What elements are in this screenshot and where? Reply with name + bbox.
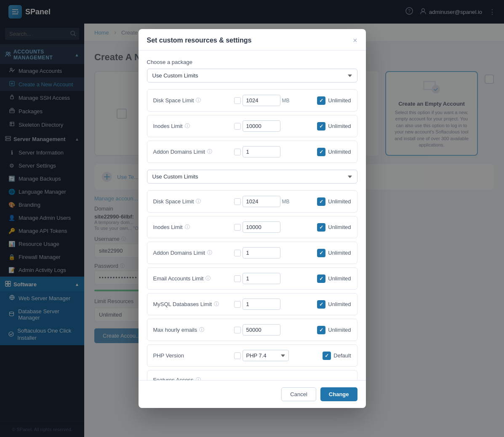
disk-space-unlimited-checkbox-2[interactable] [317, 197, 325, 206]
max-hourly-emails-input-group [234, 324, 312, 336]
inodes-unlimited-checkbox-1[interactable] [317, 122, 325, 131]
max-hourly-emails-unlimited-label: Unlimited [328, 327, 351, 333]
mysql-dbs-unlimited: Unlimited [317, 300, 351, 309]
max-hourly-emails-input[interactable] [243, 324, 280, 336]
php-version-checkbox[interactable] [234, 352, 241, 359]
disk-space-info-icon-2[interactable]: ⓘ [196, 198, 201, 205]
inodes-unlimited-label-1: Unlimited [328, 123, 351, 129]
disk-space-unlimited-1: Unlimited [317, 96, 351, 105]
addon-domains-input-group-1 [234, 146, 312, 157]
mysql-dbs-input-group [234, 298, 312, 310]
addon-domains-row-2: Addon Domains Limit ⓘ Unlimited [147, 242, 357, 264]
mysql-dbs-input[interactable] [243, 298, 280, 310]
disk-space-input-1[interactable] [243, 95, 280, 106]
php-version-default-label: Default [333, 352, 351, 359]
features-label-text: Features Access [153, 377, 194, 380]
inodes-unlimited-1: Unlimited [317, 122, 351, 131]
mysql-dbs-unlimited-checkbox[interactable] [317, 300, 325, 309]
package-label-1: Choose a package [147, 59, 357, 65]
addon-domains-label-2: Addon Domains Limit ⓘ [153, 249, 229, 256]
mysql-dbs-label: MySQL Databases Limit ⓘ [153, 301, 229, 308]
php-version-default-checkbox[interactable] [323, 352, 331, 360]
inodes-info-icon-1[interactable]: ⓘ [185, 123, 190, 130]
disk-space-row-2: Disk Space Limit ⓘ MB Unlimited [147, 190, 357, 213]
email-accounts-label: Email Accounts Limit ⓘ [153, 275, 229, 282]
disk-space-unit-2: MB [282, 199, 290, 205]
inodes-input-2[interactable] [243, 221, 280, 233]
mysql-dbs-row: MySQL Databases Limit ⓘ Unlimited [147, 293, 357, 315]
inodes-row-2: Inodes Limit ⓘ Unlimited [147, 216, 357, 238]
disk-space-checkbox-2[interactable] [234, 198, 241, 205]
disk-space-checkbox-1[interactable] [234, 97, 241, 104]
addon-domains-label-1: Addon Domains Limit ⓘ [153, 148, 229, 155]
addon-domains-unlimited-checkbox-1[interactable] [317, 148, 325, 156]
email-accounts-input[interactable] [243, 273, 280, 284]
addon-domains-input-2[interactable] [243, 247, 280, 258]
package-select-2[interactable]: Use Custom Limits [147, 170, 357, 184]
max-hourly-emails-label: Max hourly emails ⓘ [153, 326, 229, 333]
addon-domains-info-icon-1[interactable]: ⓘ [207, 148, 212, 155]
email-accounts-row: Email Accounts Limit ⓘ Unlimited [147, 267, 357, 290]
inodes-input-1[interactable] [243, 120, 280, 132]
max-hourly-emails-unlimited-checkbox[interactable] [317, 326, 325, 334]
modal: Set custom resources & settings × Choose… [139, 29, 366, 408]
php-version-select[interactable]: PHP 7.4 PHP 8.0 PHP 8.1 PHP 8.2 [243, 350, 289, 361]
inodes-label-2: Inodes Limit ⓘ [153, 224, 229, 231]
disk-space-row-1: Disk Space Limit ⓘ MB Unlimited [147, 89, 357, 112]
inodes-checkbox-2[interactable] [234, 224, 241, 231]
inodes-info-icon-2[interactable]: ⓘ [185, 224, 190, 231]
disk-space-unlimited-label-2: Unlimited [328, 198, 351, 205]
modal-overlay: Set custom resources & settings × Choose… [84, 24, 504, 437]
php-version-input-group: PHP 7.4 PHP 8.0 PHP 8.1 PHP 8.2 [234, 350, 318, 361]
disk-space-input-group-1: MB [234, 95, 312, 106]
php-version-row: PHP Version PHP 7.4 PHP 8.0 PHP 8.1 PHP … [147, 344, 357, 367]
cancel-button[interactable]: Cancel [281, 387, 316, 401]
inodes-label-1: Inodes Limit ⓘ [153, 123, 229, 130]
addon-domains-unlimited-label-1: Unlimited [328, 149, 351, 155]
disk-space-info-icon-1[interactable]: ⓘ [196, 97, 201, 104]
mysql-dbs-info-icon[interactable]: ⓘ [214, 301, 219, 308]
change-button[interactable]: Change [320, 387, 357, 401]
inodes-input-group-1 [234, 120, 312, 132]
modal-header: Set custom resources & settings × [139, 29, 366, 51]
email-accounts-unlimited-label: Unlimited [328, 275, 351, 282]
disk-space-unlimited-2: Unlimited [317, 197, 351, 206]
addon-domains-unlimited-2: Unlimited [317, 249, 351, 257]
inodes-input-group-2 [234, 221, 312, 233]
addon-domains-info-icon-2[interactable]: ⓘ [207, 249, 212, 256]
email-accounts-checkbox[interactable] [234, 275, 241, 282]
modal-close-button[interactable]: × [353, 37, 357, 44]
disk-space-unlimited-label-1: Unlimited [328, 97, 351, 104]
addon-domains-input-group-2 [234, 247, 312, 258]
mysql-dbs-unlimited-label: Unlimited [328, 301, 351, 307]
modal-footer: Cancel Change [139, 380, 366, 408]
modal-title: Set custom resources & settings [147, 37, 252, 44]
max-hourly-emails-info-icon[interactable]: ⓘ [199, 326, 204, 333]
inodes-checkbox-1[interactable] [234, 123, 241, 130]
inodes-unlimited-label-2: Unlimited [328, 224, 351, 230]
addon-domains-unlimited-1: Unlimited [317, 148, 351, 156]
disk-space-input-group-2: MB [234, 196, 312, 207]
features-info-icon[interactable]: ⓘ [196, 376, 201, 380]
email-accounts-info-icon[interactable]: ⓘ [205, 275, 211, 282]
addon-domains-checkbox-2[interactable] [234, 250, 241, 256]
features-access-label: Features Access ⓘ [153, 376, 351, 380]
modal-body: Choose a package Use Custom Limits Disk … [139, 51, 366, 380]
disk-space-label-2: Disk Space Limit ⓘ [153, 198, 229, 205]
email-accounts-unlimited-checkbox[interactable] [317, 274, 325, 283]
addon-domains-checkbox-1[interactable] [234, 149, 241, 155]
disk-space-unit-1: MB [282, 98, 290, 104]
disk-space-label-1: Disk Space Limit ⓘ [153, 97, 229, 104]
disk-space-input-2[interactable] [243, 196, 280, 207]
max-hourly-emails-unlimited: Unlimited [317, 326, 351, 334]
inodes-unlimited-checkbox-2[interactable] [317, 223, 325, 232]
package-select-1[interactable]: Use Custom Limits [147, 69, 357, 83]
max-hourly-emails-row: Max hourly emails ⓘ Unlimited [147, 319, 357, 341]
addon-domains-unlimited-checkbox-2[interactable] [317, 249, 325, 257]
email-accounts-unlimited: Unlimited [317, 274, 351, 283]
mysql-dbs-checkbox[interactable] [234, 301, 241, 308]
max-hourly-emails-checkbox[interactable] [234, 327, 241, 333]
addon-domains-unlimited-label-2: Unlimited [328, 250, 351, 256]
disk-space-unlimited-checkbox-1[interactable] [317, 96, 325, 105]
addon-domains-input-1[interactable] [243, 146, 280, 157]
